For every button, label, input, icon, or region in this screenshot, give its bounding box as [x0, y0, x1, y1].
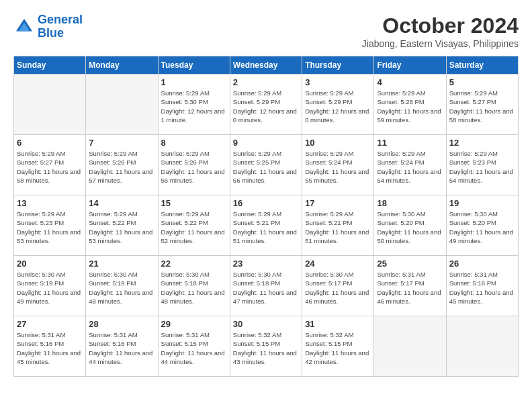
- calendar-cell: 27Sunrise: 5:31 AMSunset: 5:16 PMDayligh…: [14, 316, 86, 377]
- calendar-cell: 1Sunrise: 5:29 AMSunset: 5:30 PMDaylight…: [158, 75, 230, 135]
- calendar-cell: 24Sunrise: 5:30 AMSunset: 5:17 PMDayligh…: [302, 256, 374, 316]
- day-number: 19: [449, 198, 515, 208]
- day-detail: Sunrise: 5:31 AMSunset: 5:15 PMDaylight:…: [161, 330, 227, 366]
- day-detail: Sunrise: 5:30 AMSunset: 5:19 PMDaylight:…: [89, 270, 154, 306]
- day-detail: Sunrise: 5:31 AMSunset: 5:16 PMDaylight:…: [89, 330, 154, 366]
- weekday-header-tuesday: Tuesday: [158, 56, 230, 75]
- day-number: 13: [17, 198, 83, 208]
- calendar-cell: 10Sunrise: 5:29 AMSunset: 5:24 PMDayligh…: [302, 135, 374, 195]
- day-detail: Sunrise: 5:30 AMSunset: 5:17 PMDaylight:…: [305, 270, 371, 306]
- day-detail: Sunrise: 5:32 AMSunset: 5:15 PMDaylight:…: [305, 330, 371, 366]
- day-detail: Sunrise: 5:29 AMSunset: 5:24 PMDaylight:…: [305, 149, 371, 185]
- calendar-cell: 12Sunrise: 5:29 AMSunset: 5:23 PMDayligh…: [446, 135, 518, 195]
- calendar-cell: 21Sunrise: 5:30 AMSunset: 5:19 PMDayligh…: [86, 256, 158, 316]
- day-number: 27: [17, 319, 83, 329]
- logo-line1: General: [38, 13, 83, 26]
- day-number: 26: [449, 259, 515, 269]
- calendar-week-1: 1Sunrise: 5:29 AMSunset: 5:30 PMDaylight…: [14, 75, 519, 135]
- day-detail: Sunrise: 5:29 AMSunset: 5:21 PMDaylight:…: [305, 210, 371, 245]
- weekday-header-wednesday: Wednesday: [230, 56, 302, 75]
- day-detail: Sunrise: 5:32 AMSunset: 5:15 PMDaylight:…: [233, 330, 299, 366]
- calendar-cell: 26Sunrise: 5:31 AMSunset: 5:16 PMDayligh…: [446, 256, 518, 316]
- day-detail: Sunrise: 5:30 AMSunset: 5:18 PMDaylight:…: [233, 270, 299, 306]
- calendar-week-5: 27Sunrise: 5:31 AMSunset: 5:16 PMDayligh…: [14, 316, 519, 377]
- day-detail: Sunrise: 5:29 AMSunset: 5:23 PMDaylight:…: [17, 210, 83, 245]
- day-number: 2: [233, 77, 299, 87]
- day-number: 22: [161, 259, 227, 269]
- day-detail: Sunrise: 5:29 AMSunset: 5:27 PMDaylight:…: [17, 149, 83, 185]
- day-number: 5: [449, 77, 515, 87]
- day-number: 24: [305, 259, 371, 269]
- day-number: 10: [305, 138, 371, 148]
- day-number: 29: [161, 319, 227, 329]
- day-number: 15: [161, 198, 227, 208]
- calendar-week-2: 6Sunrise: 5:29 AMSunset: 5:27 PMDaylight…: [14, 135, 519, 195]
- calendar-cell: 25Sunrise: 5:31 AMSunset: 5:17 PMDayligh…: [374, 256, 446, 316]
- day-number: 11: [377, 138, 443, 148]
- calendar-cell: 30Sunrise: 5:32 AMSunset: 5:15 PMDayligh…: [230, 316, 302, 377]
- calendar-cell: 4Sunrise: 5:29 AMSunset: 5:28 PMDaylight…: [374, 75, 446, 135]
- weekday-header-saturday: Saturday: [446, 56, 518, 75]
- day-detail: Sunrise: 5:29 AMSunset: 5:28 PMDaylight:…: [377, 89, 443, 124]
- day-detail: Sunrise: 5:29 AMSunset: 5:21 PMDaylight:…: [233, 210, 299, 245]
- calendar-cell: 19Sunrise: 5:30 AMSunset: 5:20 PMDayligh…: [446, 195, 518, 256]
- month-title: October 2024: [362, 13, 519, 38]
- day-number: 25: [377, 259, 443, 269]
- calendar-cell: [446, 316, 518, 377]
- calendar-cell: 16Sunrise: 5:29 AMSunset: 5:21 PMDayligh…: [230, 195, 302, 256]
- day-detail: Sunrise: 5:29 AMSunset: 5:23 PMDaylight:…: [449, 149, 515, 185]
- weekday-header-thursday: Thursday: [302, 56, 374, 75]
- day-number: 21: [89, 259, 154, 269]
- day-number: 14: [89, 198, 154, 208]
- calendar-cell: 3Sunrise: 5:29 AMSunset: 5:29 PMDaylight…: [302, 75, 374, 135]
- day-number: 30: [233, 319, 299, 329]
- weekday-header-friday: Friday: [374, 56, 446, 75]
- day-number: 9: [233, 138, 299, 148]
- calendar-cell: 9Sunrise: 5:29 AMSunset: 5:25 PMDaylight…: [230, 135, 302, 195]
- calendar-cell: 11Sunrise: 5:29 AMSunset: 5:24 PMDayligh…: [374, 135, 446, 195]
- day-detail: Sunrise: 5:29 AMSunset: 5:22 PMDaylight:…: [89, 210, 154, 245]
- calendar-cell: [374, 316, 446, 377]
- calendar-cell: 18Sunrise: 5:30 AMSunset: 5:20 PMDayligh…: [374, 195, 446, 256]
- day-detail: Sunrise: 5:29 AMSunset: 5:25 PMDaylight:…: [233, 149, 299, 185]
- calendar-cell: 6Sunrise: 5:29 AMSunset: 5:27 PMDaylight…: [14, 135, 86, 195]
- day-detail: Sunrise: 5:29 AMSunset: 5:27 PMDaylight:…: [449, 89, 515, 124]
- day-detail: Sunrise: 5:29 AMSunset: 5:24 PMDaylight:…: [377, 149, 443, 185]
- logo: General Blue: [13, 13, 83, 40]
- weekday-header-sunday: Sunday: [14, 56, 86, 75]
- calendar-cell: 14Sunrise: 5:29 AMSunset: 5:22 PMDayligh…: [86, 195, 158, 256]
- day-number: 1: [161, 77, 227, 87]
- calendar-cell: 2Sunrise: 5:29 AMSunset: 5:29 PMDaylight…: [230, 75, 302, 135]
- page-header: General Blue October 2024 Jiabong, Easte…: [13, 13, 519, 49]
- day-number: 17: [305, 198, 371, 208]
- calendar-cell: 28Sunrise: 5:31 AMSunset: 5:16 PMDayligh…: [86, 316, 158, 377]
- day-detail: Sunrise: 5:31 AMSunset: 5:17 PMDaylight:…: [377, 270, 443, 306]
- day-detail: Sunrise: 5:30 AMSunset: 5:20 PMDaylight:…: [377, 210, 443, 245]
- day-number: 28: [89, 319, 154, 329]
- day-detail: Sunrise: 5:29 AMSunset: 5:29 PMDaylight:…: [305, 89, 371, 124]
- logo-line2: Blue: [38, 26, 64, 40]
- day-number: 16: [233, 198, 299, 208]
- calendar-table: SundayMondayTuesdayWednesdayThursdayFrid…: [13, 56, 519, 377]
- day-number: 4: [377, 77, 443, 87]
- day-detail: Sunrise: 5:30 AMSunset: 5:18 PMDaylight:…: [161, 270, 227, 306]
- title-area: October 2024 Jiabong, Eastern Visayas, P…: [362, 13, 519, 49]
- calendar-week-4: 20Sunrise: 5:30 AMSunset: 5:19 PMDayligh…: [14, 256, 519, 316]
- day-number: 18: [377, 198, 443, 208]
- calendar-cell: 8Sunrise: 5:29 AMSunset: 5:26 PMDaylight…: [158, 135, 230, 195]
- day-number: 20: [17, 259, 83, 269]
- weekday-header-monday: Monday: [86, 56, 158, 75]
- day-detail: Sunrise: 5:29 AMSunset: 5:22 PMDaylight:…: [161, 210, 227, 245]
- calendar-week-3: 13Sunrise: 5:29 AMSunset: 5:23 PMDayligh…: [14, 195, 519, 256]
- day-number: 7: [89, 138, 154, 148]
- calendar-cell: 7Sunrise: 5:29 AMSunset: 5:26 PMDaylight…: [86, 135, 158, 195]
- calendar-cell: 31Sunrise: 5:32 AMSunset: 5:15 PMDayligh…: [302, 316, 374, 377]
- calendar-cell: 5Sunrise: 5:29 AMSunset: 5:27 PMDaylight…: [446, 75, 518, 135]
- calendar-cell: 15Sunrise: 5:29 AMSunset: 5:22 PMDayligh…: [158, 195, 230, 256]
- day-detail: Sunrise: 5:29 AMSunset: 5:30 PMDaylight:…: [161, 89, 227, 124]
- weekday-header-row: SundayMondayTuesdayWednesdayThursdayFrid…: [14, 56, 519, 75]
- day-number: 3: [305, 77, 371, 87]
- day-detail: Sunrise: 5:29 AMSunset: 5:26 PMDaylight:…: [89, 149, 154, 185]
- day-number: 6: [17, 138, 83, 148]
- logo-text: General Blue: [38, 13, 83, 40]
